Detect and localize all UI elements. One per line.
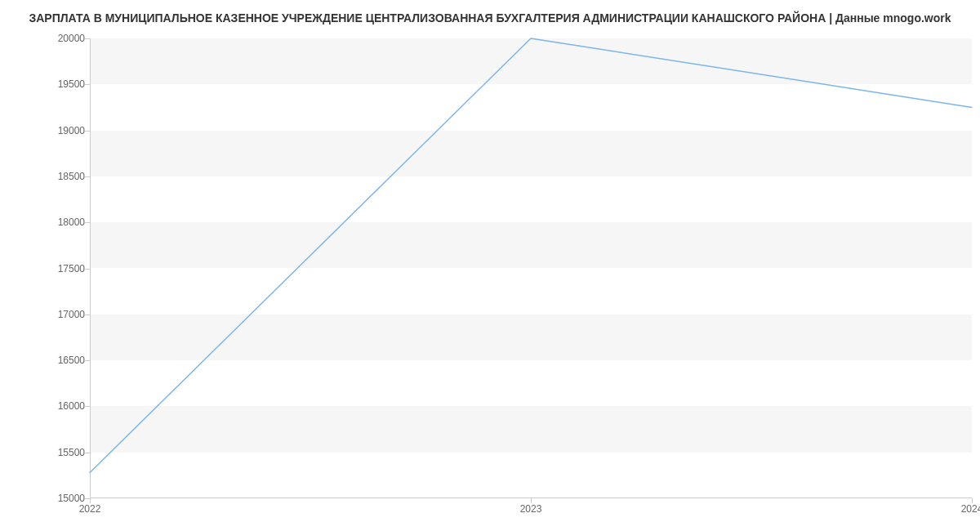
y-tick-label: 15000: [11, 493, 85, 504]
x-tick-label: 2023: [520, 503, 542, 515]
x-tick-mark: [972, 498, 973, 503]
y-tick-mark: [85, 406, 90, 407]
y-tick-label: 17000: [11, 309, 85, 320]
x-tick-mark: [531, 498, 532, 503]
x-tick-label: 2022: [79, 503, 101, 515]
y-tick-mark: [85, 222, 90, 223]
y-tick-label: 19000: [11, 125, 85, 136]
y-tick-label: 20000: [11, 33, 85, 44]
y-tick-mark: [85, 176, 90, 177]
y-tick-mark: [85, 360, 90, 361]
series-line: [90, 38, 972, 472]
y-tick-mark: [85, 131, 90, 132]
y-tick-mark: [85, 38, 90, 39]
line-layer: [90, 38, 972, 498]
y-tick-label: 17500: [11, 263, 85, 274]
x-tick-label: 2024: [961, 503, 980, 515]
y-tick-label: 19500: [11, 78, 85, 90]
y-tick-mark: [85, 84, 90, 85]
x-tick-mark: [90, 498, 91, 503]
y-tick-label: 16500: [11, 355, 85, 366]
chart-title: ЗАРПЛАТА В МУНИЦИПАЛЬНОЕ КАЗЕННОЕ УЧРЕЖД…: [0, 11, 980, 25]
y-tick-label: 16000: [11, 400, 85, 412]
y-tick-label: 18000: [11, 216, 85, 228]
y-tick-mark: [85, 453, 90, 453]
y-tick-label: 15500: [11, 447, 85, 458]
y-tick-mark: [85, 315, 90, 315]
chart-container: ЗАРПЛАТА В МУНИЦИПАЛЬНОЕ КАЗЕННОЕ УЧРЕЖД…: [0, 0, 980, 531]
y-tick-label: 18500: [11, 171, 85, 182]
y-tick-mark: [85, 269, 90, 270]
